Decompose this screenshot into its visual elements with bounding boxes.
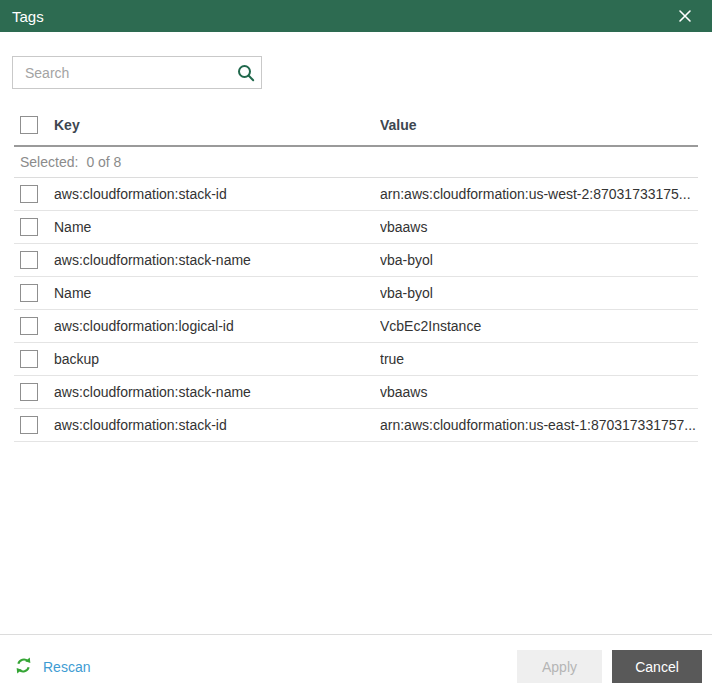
selected-label: Selected:	[20, 154, 78, 170]
selection-summary: Selected: 0 of 8	[14, 147, 698, 178]
refresh-icon	[14, 656, 33, 678]
tag-key: aws:cloudformation:stack-id	[54, 186, 380, 202]
row-checkbox[interactable]	[20, 350, 38, 368]
table-row[interactable]: Name vbaaws	[14, 211, 698, 244]
selected-count: 0 of 8	[86, 154, 121, 170]
search-box	[12, 56, 262, 89]
column-header-key[interactable]: Key	[54, 117, 380, 133]
search-input[interactable]	[13, 65, 231, 81]
table-row[interactable]: Name vba-byol	[14, 277, 698, 310]
table-row[interactable]: aws:cloudformation:stack-name vba-byol	[14, 244, 698, 277]
tag-value: arn:aws:cloudformation:us-west-2:8703173…	[380, 186, 698, 202]
tag-value: vba-byol	[380, 285, 698, 301]
table-row[interactable]: aws:cloudformation:stack-id arn:aws:clou…	[14, 409, 698, 442]
tag-value: vbaaws	[380, 219, 698, 235]
tag-value: VcbEc2Instance	[380, 318, 698, 334]
tag-value: vbaaws	[380, 384, 698, 400]
tag-value: arn:aws:cloudformation:us-east-1:8703173…	[380, 417, 698, 433]
row-checkbox[interactable]	[20, 317, 38, 335]
tags-dialog: Tags Key Value	[0, 0, 712, 698]
close-button[interactable]	[672, 3, 698, 29]
tag-value: true	[380, 351, 698, 367]
table-row[interactable]: aws:cloudformation:stack-name vbaaws	[14, 376, 698, 409]
dialog-titlebar: Tags	[0, 0, 712, 32]
tag-key: Name	[54, 219, 380, 235]
row-checkbox[interactable]	[20, 416, 38, 434]
table-row[interactable]: aws:cloudformation:logical-id VcbEc2Inst…	[14, 310, 698, 343]
search-icon[interactable]	[231, 57, 261, 88]
apply-button[interactable]: Apply	[517, 650, 602, 683]
row-checkbox[interactable]	[20, 251, 38, 269]
table-row[interactable]: aws:cloudformation:stack-id arn:aws:clou…	[14, 178, 698, 211]
rescan-link[interactable]: Rescan	[14, 656, 90, 678]
select-all-checkbox[interactable]	[20, 116, 38, 134]
tags-table: aws:cloudformation:stack-id arn:aws:clou…	[14, 178, 698, 442]
tag-key: aws:cloudformation:stack-id	[54, 417, 380, 433]
tag-key: aws:cloudformation:logical-id	[54, 318, 380, 334]
row-checkbox[interactable]	[20, 185, 38, 203]
row-checkbox[interactable]	[20, 383, 38, 401]
dialog-footer: Rescan Apply Cancel	[0, 634, 712, 698]
dialog-title: Tags	[12, 8, 44, 25]
rescan-label: Rescan	[43, 659, 90, 675]
tag-key: aws:cloudformation:stack-name	[54, 252, 380, 268]
tag-key: aws:cloudformation:stack-name	[54, 384, 380, 400]
cancel-button[interactable]: Cancel	[612, 650, 702, 683]
tag-key: backup	[54, 351, 380, 367]
column-header-value[interactable]: Value	[380, 117, 698, 133]
table-row[interactable]: backup true	[14, 343, 698, 376]
row-checkbox[interactable]	[20, 218, 38, 236]
tag-value: vba-byol	[380, 252, 698, 268]
row-checkbox[interactable]	[20, 284, 38, 302]
footer-buttons: Apply Cancel	[517, 650, 702, 683]
close-icon	[678, 9, 692, 23]
tag-key: Name	[54, 285, 380, 301]
table-header: Key Value	[14, 105, 698, 145]
